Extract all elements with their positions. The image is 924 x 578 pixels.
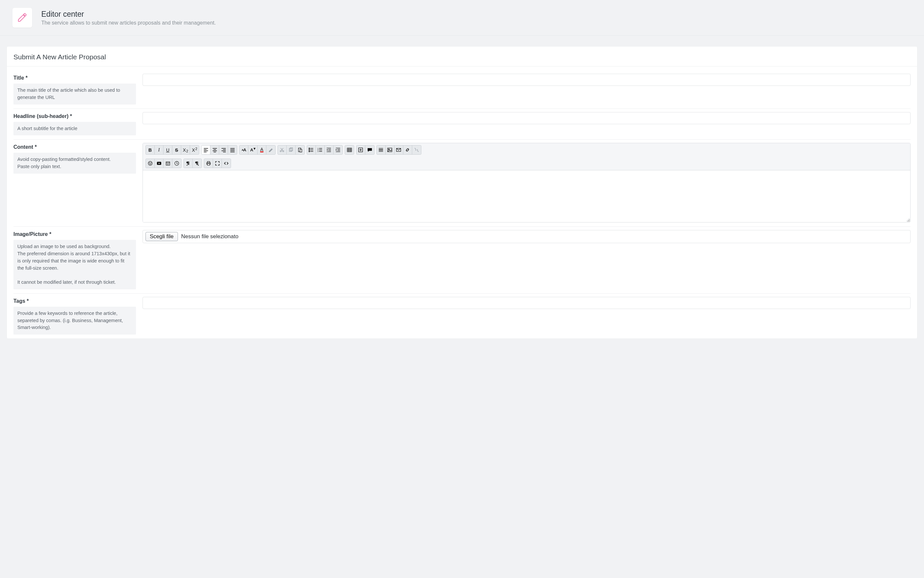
table-button[interactable] bbox=[345, 146, 354, 154]
bold-button[interactable]: B bbox=[146, 146, 155, 154]
font-family-button[interactable]: AA bbox=[240, 146, 248, 154]
image-label: Image/Picture * bbox=[13, 230, 136, 240]
content-editor[interactable] bbox=[143, 170, 910, 222]
underline-button[interactable]: U bbox=[164, 146, 172, 154]
svg-rect-23 bbox=[300, 149, 302, 152]
file-chooser: Scegli file Nessun file selezionato bbox=[143, 230, 911, 243]
paste-button[interactable] bbox=[296, 146, 304, 154]
text-color-button[interactable]: A bbox=[258, 146, 266, 154]
page-header-text: Editor center The service allows to subm… bbox=[41, 10, 216, 26]
copy-button[interactable] bbox=[287, 146, 296, 154]
content-label: Content * bbox=[13, 143, 136, 153]
indent-button[interactable] bbox=[334, 146, 343, 154]
special-char-button[interactable] bbox=[357, 146, 365, 154]
source-button[interactable] bbox=[222, 159, 231, 168]
cut-button[interactable] bbox=[278, 146, 287, 154]
editor-toolbar: B I U S X2 X2 bbox=[143, 143, 910, 170]
content-help: Avoid copy-pasting formatted/styled cont… bbox=[13, 153, 136, 174]
svg-rect-75 bbox=[207, 164, 210, 166]
strike-button[interactable]: S bbox=[172, 146, 181, 154]
mail-button[interactable] bbox=[395, 146, 403, 154]
align-left-button[interactable] bbox=[201, 146, 210, 154]
field-image: Image/Picture * Upload an image to be us… bbox=[13, 226, 911, 293]
image-button[interactable] bbox=[386, 146, 395, 154]
page-title: Editor center bbox=[41, 10, 216, 19]
image-help: Upload an image to be used as background… bbox=[13, 240, 136, 289]
headline-help: A short subtitle for the article bbox=[13, 122, 136, 136]
align-right-button[interactable] bbox=[219, 146, 228, 154]
horizontal-rule-button[interactable] bbox=[377, 146, 386, 154]
title-help: The main title of the article which also… bbox=[13, 84, 136, 104]
tags-label: Tags * bbox=[13, 297, 136, 307]
title-label: Title * bbox=[13, 74, 136, 84]
font-size-button[interactable]: A▾ bbox=[248, 146, 257, 154]
card-heading: Submit A New Article Proposal bbox=[7, 47, 917, 67]
svg-marker-40 bbox=[327, 149, 328, 151]
print-button[interactable] bbox=[204, 159, 213, 168]
tags-help: Provide a few keywords to reference the … bbox=[13, 307, 136, 334]
comment-icon[interactable] bbox=[365, 146, 374, 154]
svg-text:3: 3 bbox=[318, 151, 318, 153]
rtl-button[interactable] bbox=[193, 159, 201, 168]
date-button[interactable]: 10 bbox=[164, 159, 172, 168]
field-headline: Headline (sub-header) * A short subtitle… bbox=[13, 109, 911, 140]
headline-label: Headline (sub-header) * bbox=[13, 112, 136, 122]
align-justify-button[interactable] bbox=[228, 146, 237, 154]
choose-file-button[interactable]: Scegli file bbox=[146, 232, 178, 241]
svg-point-63 bbox=[149, 163, 150, 164]
svg-rect-46 bbox=[348, 148, 352, 152]
title-input[interactable] bbox=[143, 74, 911, 86]
svg-point-64 bbox=[151, 163, 151, 164]
svg-point-17 bbox=[283, 151, 284, 152]
align-center-button[interactable] bbox=[210, 146, 219, 154]
page-subtitle: The service allows to submit new article… bbox=[41, 20, 216, 26]
superscript-button[interactable]: X2 bbox=[190, 146, 199, 154]
svg-point-25 bbox=[309, 150, 310, 150]
emoji-button[interactable] bbox=[146, 159, 155, 168]
page-icon-box bbox=[13, 8, 32, 28]
video-button[interactable] bbox=[155, 159, 164, 168]
form-card: Submit A New Article Proposal Title * Th… bbox=[6, 46, 918, 339]
ltr-button[interactable] bbox=[184, 159, 193, 168]
field-title: Title * The main title of the article wh… bbox=[13, 70, 911, 109]
unordered-list-button[interactable] bbox=[307, 146, 316, 154]
time-button[interactable] bbox=[172, 159, 181, 168]
remove-format-button[interactable] bbox=[266, 146, 275, 154]
file-selected-label: Nessun file selezionato bbox=[181, 233, 239, 240]
svg-point-16 bbox=[280, 151, 281, 152]
svg-point-24 bbox=[309, 148, 310, 149]
svg-text:10: 10 bbox=[166, 163, 169, 165]
outdent-button[interactable] bbox=[325, 146, 334, 154]
italic-button[interactable]: I bbox=[155, 146, 164, 154]
rich-text-editor: B I U S X2 X2 bbox=[143, 143, 911, 222]
subscript-button[interactable]: X2 bbox=[181, 146, 190, 154]
page-header: Editor center The service allows to subm… bbox=[0, 0, 924, 36]
svg-point-26 bbox=[309, 151, 310, 152]
svg-marker-71 bbox=[186, 165, 187, 166]
ordered-list-button[interactable]: 123 bbox=[316, 146, 325, 154]
field-content: Content * Avoid copy-pasting formatted/s… bbox=[13, 139, 911, 226]
pencil-icon bbox=[17, 12, 28, 24]
fullscreen-button[interactable] bbox=[213, 159, 222, 168]
svg-line-60 bbox=[415, 148, 416, 149]
field-tags: Tags * Provide a few keywords to referen… bbox=[13, 293, 911, 338]
headline-input[interactable] bbox=[143, 112, 911, 124]
unlink-button[interactable] bbox=[412, 146, 421, 154]
svg-marker-45 bbox=[336, 149, 337, 151]
svg-point-58 bbox=[389, 149, 390, 150]
link-button[interactable] bbox=[403, 146, 412, 154]
svg-marker-72 bbox=[198, 165, 199, 166]
svg-point-62 bbox=[148, 162, 152, 166]
svg-line-61 bbox=[417, 151, 419, 152]
tags-input[interactable] bbox=[143, 297, 911, 309]
